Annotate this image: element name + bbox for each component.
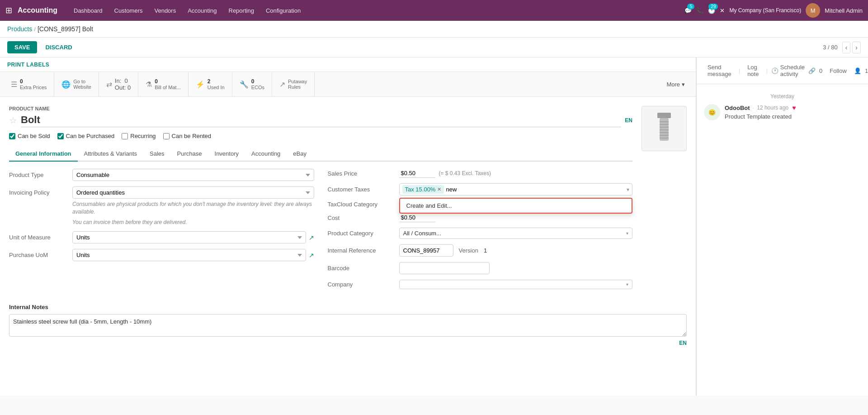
- breadcrumb-parent[interactable]: Products: [7, 25, 32, 33]
- top-navigation: ⊞ Accounting Dashboard Customers Vendors…: [0, 0, 868, 21]
- can-be-rented-checkbox[interactable]: Can be Rented: [163, 133, 211, 139]
- follow-button[interactable]: Follow: [826, 66, 850, 76]
- more-label: More: [666, 81, 680, 88]
- link-count: 0: [819, 67, 822, 74]
- chat-icon-btn[interactable]: 💬 5: [684, 6, 692, 14]
- website-label2: Website: [73, 84, 91, 90]
- can-be-sold-checkbox[interactable]: Can be Sold: [9, 133, 50, 139]
- ecos-count: 0: [251, 78, 264, 85]
- tab-sales[interactable]: Sales: [143, 147, 171, 162]
- bom-icon: ⚗: [146, 80, 152, 89]
- log-note-button[interactable]: Log note: [744, 62, 762, 79]
- purchase-uom-select[interactable]: Units: [72, 249, 306, 261]
- extra-prices-button[interactable]: ☰ 0 Extra Prices: [4, 72, 54, 96]
- barcode-input[interactable]: [399, 262, 490, 274]
- menu-reporting[interactable]: Reporting: [223, 5, 259, 17]
- tab-inventory[interactable]: Inventory: [208, 147, 245, 162]
- activity-badge: 29: [708, 4, 718, 10]
- product-category-select[interactable]: All / Consum... ▾: [399, 228, 633, 239]
- purchase-uom-label: Purchase UoM: [9, 249, 72, 258]
- product-image[interactable]: [642, 106, 687, 151]
- close-icon-btn[interactable]: ✕: [720, 6, 725, 14]
- customer-taxes-dropdown-arrow[interactable]: ▾: [627, 186, 629, 193]
- sales-price-excl-taxes: (= $ 0.43 Excl. Taxes): [439, 170, 491, 176]
- internal-reference-input[interactable]: [399, 244, 453, 257]
- tab-ebay[interactable]: eBay: [287, 147, 313, 162]
- bill-of-materials-button[interactable]: ⚗ 0 Bill of Mat...: [138, 72, 188, 96]
- in-count: In: 0: [115, 77, 131, 84]
- save-button[interactable]: SAVE: [7, 41, 37, 53]
- customer-taxes-input-field[interactable]: Tax 15.00% ✕ ▾: [399, 183, 633, 196]
- go-to-website-button[interactable]: 🌐 Go to Website: [54, 72, 99, 96]
- schedule-activity-button[interactable]: 🕐 Schedule activity: [771, 64, 805, 77]
- sales-price-input[interactable]: [399, 169, 435, 178]
- phone-icon-btn[interactable]: 📞: [696, 6, 703, 14]
- unit-of-measure-select[interactable]: Units: [72, 231, 306, 243]
- brand-name[interactable]: Accounting: [18, 6, 57, 14]
- discard-button[interactable]: DISCARD: [41, 41, 76, 53]
- print-labels-button[interactable]: PRINT LABELS: [7, 62, 49, 68]
- cost-input[interactable]: [399, 213, 435, 222]
- topnav-right: 💬 5 📞 🕐 29 ✕ My Company (San Francisco) …: [684, 3, 863, 18]
- internal-notes-textarea[interactable]: Stainless steel screw full (dia - 5mm, L…: [9, 314, 687, 337]
- create-and-edit-item[interactable]: Create and Edit...: [400, 199, 632, 213]
- message-time: 12 hours ago: [757, 105, 788, 111]
- tab-attributes-variants[interactable]: Attributes & Variants: [78, 147, 144, 162]
- form-main: Product Name ☆ EN Can be Sold Can be Pur…: [9, 106, 632, 295]
- company-name: My Company (San Francisco): [729, 7, 801, 14]
- unit-of-measure-value: Units ↗: [72, 231, 314, 243]
- recurring-checkbox[interactable]: Recurring: [122, 133, 156, 139]
- can-be-purchased-checkbox[interactable]: Can be Purchased: [57, 133, 115, 139]
- used-in-button[interactable]: ⚡ 2 Used In: [189, 72, 232, 96]
- grid-icon[interactable]: ⊞: [5, 5, 12, 15]
- tab-purchase[interactable]: Purchase: [171, 147, 208, 162]
- message-text: Product Template created: [725, 113, 861, 120]
- odoobot-icon: 😊: [708, 109, 716, 116]
- menu-customers[interactable]: Customers: [109, 5, 148, 17]
- product-name-input[interactable]: [21, 113, 621, 127]
- ecos-button[interactable]: 🔧 0 ECOs: [232, 72, 272, 96]
- product-image-container: [642, 106, 687, 295]
- sales-price-value-row: (= $ 0.43 Excl. Taxes): [399, 169, 633, 178]
- customer-taxes-text-input[interactable]: [446, 186, 625, 193]
- prev-page-button[interactable]: ‹: [842, 42, 851, 53]
- more-button[interactable]: More ▾: [659, 72, 692, 96]
- activity-icon-btn[interactable]: 🕐 29: [708, 6, 715, 14]
- bom-label: Bill of Mat...: [155, 85, 180, 90]
- invoicing-policy-field: Invoicing Policy Ordered quantities Deli…: [9, 186, 314, 226]
- product-name-lang-badge[interactable]: EN: [625, 117, 632, 124]
- smart-buttons: ☰ 0 Extra Prices 🌐 Go to Website ⇄ In: 0…: [0, 72, 696, 97]
- putaway-icon: ↗: [279, 80, 285, 89]
- product-type-select[interactable]: Consumable Storable Product Service: [72, 169, 314, 181]
- can-be-rented-label: Can be Rented: [172, 133, 211, 139]
- menu-configuration[interactable]: Configuration: [260, 5, 306, 17]
- tab-general-information[interactable]: General Information: [9, 147, 78, 162]
- heart-icon: ♥: [792, 104, 796, 111]
- star-favorite-icon[interactable]: ☆: [9, 115, 17, 126]
- send-message-button[interactable]: Send message: [704, 62, 735, 79]
- list-icon: ☰: [11, 80, 17, 89]
- sidebar-actions: Send message | Log note | 🕐 Schedule act…: [697, 57, 868, 84]
- unit-of-measure-external-link-icon[interactable]: ↗: [309, 234, 314, 241]
- follower-count: 1: [865, 67, 868, 74]
- next-page-button[interactable]: ›: [852, 42, 861, 53]
- company-value: ▾: [399, 280, 633, 289]
- clock-small-icon: 🕐: [771, 67, 778, 74]
- menu-dashboard[interactable]: Dashboard: [68, 5, 108, 17]
- putaway-rules-button[interactable]: ↗ Putaway Rules: [272, 72, 315, 96]
- menu-accounting[interactable]: Accounting: [182, 5, 222, 17]
- internal-notes-lang-badge[interactable]: EN: [679, 340, 687, 346]
- message-author: OdooBot: [725, 105, 750, 111]
- purchase-uom-external-link-icon[interactable]: ↗: [309, 252, 314, 259]
- invoicing-policy-select[interactable]: Ordered quantities Delivered quantities: [72, 186, 314, 199]
- extra-prices-count: 0: [20, 78, 47, 85]
- tab-accounting[interactable]: Accounting: [245, 147, 287, 162]
- menu-vendors[interactable]: Vendors: [149, 5, 181, 17]
- avatar[interactable]: M: [806, 3, 820, 18]
- pagination-text: 3 / 80: [820, 42, 840, 52]
- in-out-button[interactable]: ⇄ In: 0 Out: 0: [99, 72, 138, 96]
- link-icon: 🔗: [808, 67, 816, 74]
- company-select[interactable]: ▾: [399, 280, 633, 289]
- tabs-row: General Information Attributes & Variant…: [9, 147, 632, 162]
- tax-tag-remove-icon[interactable]: ✕: [437, 186, 441, 192]
